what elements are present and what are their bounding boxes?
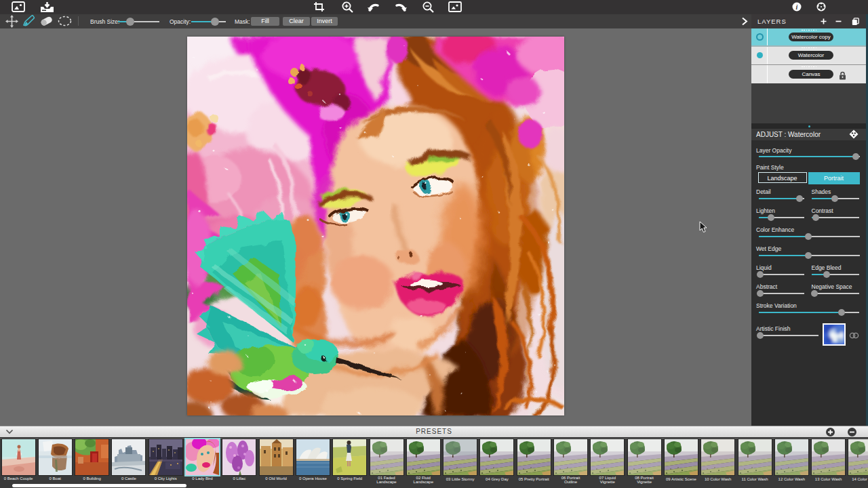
svg-text:i: i bbox=[796, 3, 798, 11]
